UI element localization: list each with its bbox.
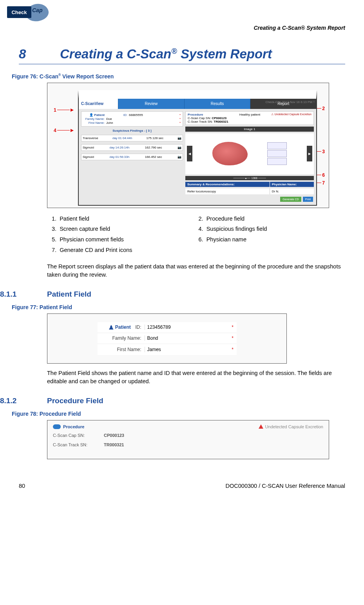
legend-item: 2. Procedure field xyxy=(199,214,346,224)
print-button[interactable]: Print xyxy=(303,197,313,202)
procedure-header: Procedure xyxy=(53,424,124,429)
summary-field[interactable]: Refer tocolonoscopy xyxy=(185,188,270,194)
cap-sn-label: C-Scan Cap SN: xyxy=(53,433,104,438)
capture-icon[interactable]: 📷 xyxy=(177,155,181,159)
chapter-number: 8 xyxy=(19,47,60,62)
track-sn-value: TR000321 xyxy=(104,442,124,447)
patient-card: 👤 PatientID:68865555* Family Name:Doe* F… xyxy=(81,111,183,127)
patient-header: Patient ID: xyxy=(98,324,145,330)
required-star: * xyxy=(229,335,237,341)
legend-item: 1. Patient field xyxy=(52,214,199,224)
prev-image-button[interactable]: ◀ xyxy=(187,146,192,161)
image-viewer: ◀ ▶ xyxy=(185,133,314,174)
section-8-1-2-heading: 8.1.2Procedure Field xyxy=(0,397,345,405)
first-name-input[interactable]: James xyxy=(145,347,229,352)
figure-78: Procedure C-Scan Cap SN:CP000123 C-Scan … xyxy=(47,420,329,459)
family-name-label: Family Name: xyxy=(98,335,145,341)
capture-icon[interactable]: 📷 xyxy=(177,146,181,149)
logo: Check Cap xyxy=(7,4,345,23)
legend-item: 7. Generate CD and Print icons xyxy=(52,245,199,255)
first-name-label: First Name: xyxy=(98,347,145,352)
warning-label: ⚠ Undetected Capsule Excretion xyxy=(271,113,311,123)
finding-row[interactable]: Transverseday 01 04:44h175.128 sec📷 xyxy=(81,135,183,141)
scan-image xyxy=(212,142,248,165)
tab-results[interactable]: Results xyxy=(184,99,250,109)
warning-box: Undetected Capsule Excretion xyxy=(259,424,323,429)
legend-item: 5. Physician comment fields xyxy=(52,234,199,245)
figure-77-caption: Figure 77: Patient Field xyxy=(12,304,345,310)
legend-item: 6. Physician name xyxy=(199,234,346,245)
tab-review[interactable]: Review xyxy=(118,99,184,109)
callout-4: 4 xyxy=(54,128,74,133)
capsule-icon xyxy=(53,424,61,429)
suspicious-findings-header: Suspicious Findings - [ 3 ] xyxy=(81,129,183,132)
figure-76: 1 4 2 3 6 7 5 Check-Cap 2017 Nov 16 6:13… xyxy=(47,83,329,208)
logo-cap: Cap xyxy=(32,7,42,13)
track-sn-label: C-Scan Track SN: xyxy=(53,442,104,447)
timestamp: Check-Cap 2017 Nov 16 6:13 PM xyxy=(265,100,312,104)
physician-name-field[interactable]: Dr N. xyxy=(270,188,314,194)
figure-76-legend: 1. Patient field 3. Screen capture field… xyxy=(52,214,345,255)
next-image-button[interactable]: ▶ xyxy=(307,146,312,161)
family-name-input[interactable]: Bond xyxy=(145,335,229,341)
warning-icon xyxy=(259,424,263,429)
logo-check: Check xyxy=(7,6,31,18)
callout-1: 1 xyxy=(54,107,74,113)
paragraph-1: The Report screen displays all the patie… xyxy=(47,263,345,279)
doc-id: DOC000300 / C-SCAN User Reference Manual xyxy=(226,483,345,489)
chapter-text: Creating a C-Scan® System Report xyxy=(60,47,272,62)
summary-header-bar: Summary & Recommendations:Physician Name… xyxy=(185,182,314,187)
section-8-1-1-heading: 8.1.1Patient Field xyxy=(0,290,345,299)
family-name-field[interactable]: Doe xyxy=(106,117,178,121)
cap-sn-value: CP000123 xyxy=(104,433,124,438)
first-name-field[interactable]: John xyxy=(106,121,178,125)
figure-76-caption: Figure 76: C-Scan® View Report Screen xyxy=(12,73,345,80)
patient-id-input[interactable]: 123456789 xyxy=(145,324,229,330)
patient-id-field[interactable]: 68865555 xyxy=(129,113,178,117)
brand-label: C-ScanView xyxy=(79,99,118,109)
running-header: Creating a C-Scan® System Report xyxy=(19,25,345,31)
finding-row[interactable]: Sigmoidday 14:26:14h162.790 sec📷 xyxy=(81,144,183,151)
figure-77: Patient ID:123456789* Family Name:Bond* … xyxy=(47,313,287,364)
required-star: * xyxy=(229,347,237,352)
report-screen-mock: Check-Cap 2017 Nov 16 6:13 PM ✕ C-ScanVi… xyxy=(78,90,317,206)
page-number: 80 xyxy=(19,483,25,489)
capture-icon[interactable]: 📷 xyxy=(177,136,181,140)
figure-78-caption: Figure 78: Procedure Field xyxy=(12,411,345,417)
chapter-title: 8 Creating a C-Scan® System Report xyxy=(19,47,345,64)
finding-row[interactable]: Sigmoidday 01:56:33h166.452 sec📷 xyxy=(81,154,183,160)
slider-bar[interactable]: ──────●── 1368 ──── xyxy=(185,176,314,180)
procedure-note: Healthy patient xyxy=(239,113,260,123)
legend-item: 3. Screen capture field xyxy=(52,224,199,234)
procedure-card: Procedure C-Scan Cap SN: CP000123 C-Scan… xyxy=(185,111,314,125)
page-footer: 80 DOC000300 / C-SCAN User Reference Man… xyxy=(19,483,345,489)
thumbnail[interactable] xyxy=(267,142,287,149)
thumbnail[interactable] xyxy=(267,150,287,157)
thumbnail[interactable] xyxy=(267,158,287,165)
patient-header: 👤 Patient xyxy=(83,113,105,117)
summary-body: Refer tocolonoscopyDr N. xyxy=(185,188,314,194)
procedure-header: Procedure xyxy=(188,113,228,116)
required-star: * xyxy=(229,324,237,330)
close-icon[interactable]: ✕ xyxy=(312,100,315,104)
paragraph-2: The Patient Field shows the patient name… xyxy=(47,369,345,386)
generate-cd-button[interactable]: Generate CD xyxy=(280,197,301,202)
person-icon xyxy=(109,325,114,330)
legend-item: 4. Suspicious findings field xyxy=(199,224,346,234)
image-header: Image 1 xyxy=(185,127,314,132)
